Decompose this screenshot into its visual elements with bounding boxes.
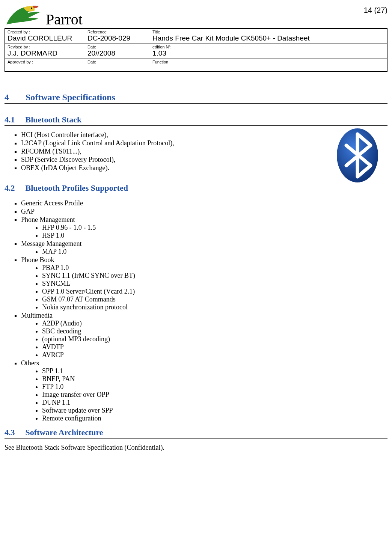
list-item: PBAP 1.0 — [42, 264, 387, 272]
reference-label: Reference — [87, 30, 148, 34]
bluetooth-icon — [335, 127, 380, 184]
list-item: SDP (Service Discovery Protocol), — [21, 156, 387, 164]
section-4-num: 4 — [5, 92, 23, 102]
header-row: Parrot 14 (27) — [5, 4, 387, 28]
section-4-1-heading: 4.1 Bluetooth Stack — [5, 115, 387, 126]
list-item: Phone Book PBAP 1.0 SYNC 1.1 (IrMC SYNC … — [21, 256, 387, 311]
list-item: HCI (Host Controller interface), — [21, 131, 387, 139]
section-4-3-heading: 4.3 Software Architecture — [5, 428, 387, 438]
list-item: Phone Management HFP 0.96 - 1.0 - 1.5 HS… — [21, 216, 387, 240]
architecture-body-text: See Bluetooth Stack Software Specificati… — [5, 444, 387, 452]
section-4-3-num: 4.3 — [5, 428, 23, 437]
list-item: L2CAP (Logical Link Control and Adaptati… — [21, 139, 387, 147]
list-item: MAP 1.0 — [42, 248, 387, 256]
list-item-label: Message Management — [21, 240, 81, 247]
list-item: GSM 07.07 AT Commands — [42, 295, 387, 303]
list-item: Message Management MAP 1.0 — [21, 240, 387, 256]
parrot-logo-icon — [5, 4, 42, 28]
section-4-2-title: Bluetooth Profiles Supported — [26, 183, 128, 193]
list-item: Generic Access Profile — [21, 199, 387, 207]
section-4-1-title: Bluetooth Stack — [26, 115, 82, 124]
list-item: Remote configuration — [42, 414, 387, 422]
bluetooth-profiles-list: Generic Access Profile GAP Phone Managem… — [5, 199, 387, 422]
revised-by-value: J.J. DORMARD — [8, 49, 83, 58]
svg-point-0 — [31, 8, 32, 9]
list-item: Others SPP 1.1 BNEP, PAN FTP 1.0 Image t… — [21, 359, 387, 422]
approved-by-label: Approved by : — [8, 60, 83, 64]
section-4-2-heading: 4.2 Bluetooth Profiles Supported — [5, 183, 387, 194]
revised-by-label: Revised by : — [8, 45, 83, 49]
list-item: DUNP 1.1 — [42, 399, 387, 407]
brand-text: Parrot — [44, 11, 83, 28]
date-label: Date — [87, 45, 148, 49]
phone-book-sublist: PBAP 1.0 SYNC 1.1 (IrMC SYNC over BT) SY… — [21, 264, 387, 311]
list-item: SBC decoding — [42, 327, 387, 335]
edition-label: edition N°: — [152, 45, 384, 49]
reference-value: DC-2008-029 — [87, 34, 148, 43]
list-item: SYNCML — [42, 280, 387, 288]
function-label: Function — [152, 60, 384, 64]
list-item: FTP 1.0 — [42, 383, 387, 391]
document-info-table: Created by : David COROLLEUR Reference D… — [5, 28, 387, 72]
list-item: HFP 0.96 - 1.0 - 1.5 — [42, 224, 387, 232]
list-item: RFCOMM (TS011...), — [21, 148, 387, 155]
logo-block: Parrot — [5, 4, 83, 28]
created-by-value: David COROLLEUR — [8, 34, 83, 43]
list-item-label: Others — [21, 359, 39, 367]
list-item-label: Phone Book — [21, 256, 54, 264]
list-item: OPP 1.0 Server/Client (Vcard 2.1) — [42, 288, 387, 295]
list-item: SPP 1.1 — [42, 367, 387, 375]
others-sublist: SPP 1.1 BNEP, PAN FTP 1.0 Image transfer… — [21, 367, 387, 422]
section-4-1-num: 4.1 — [5, 115, 23, 125]
list-item: OBEX (IrDA Object Exchange). — [21, 164, 387, 172]
message-management-sublist: MAP 1.0 — [21, 248, 387, 256]
page-number: 14 (27) — [364, 4, 387, 15]
phone-management-sublist: HFP 0.96 - 1.0 - 1.5 HSP 1.0 — [21, 224, 387, 240]
list-item: SYNC 1.1 (IrMC SYNC over BT) — [42, 272, 387, 280]
list-item: Multimedia A2DP (Audio) SBC decoding (op… — [21, 312, 387, 359]
list-item: AVRCP — [42, 351, 387, 359]
section-4-3-title: Software Architecture — [26, 428, 103, 437]
list-item: Software update over SPP — [42, 407, 387, 414]
date-value: 20//2008 — [87, 49, 148, 58]
section-4-2-num: 4.2 — [5, 183, 23, 193]
created-by-label: Created by : — [8, 30, 83, 34]
list-item: AVDTP — [42, 343, 387, 351]
title-label: Title — [152, 30, 384, 34]
list-item-label: Phone Management — [21, 216, 75, 223]
date2-label: Date — [87, 60, 148, 64]
list-item: GAP — [21, 208, 387, 215]
title-value: Hands Free Car Kit Module CK5050+ - Data… — [152, 34, 384, 43]
bluetooth-stack-list: HCI (Host Controller interface), L2CAP (… — [5, 131, 387, 172]
list-item: A2DP (Audio) — [42, 319, 387, 327]
list-item: HSP 1.0 — [42, 232, 387, 240]
section-4-heading: 4 Software Specifications — [5, 92, 387, 104]
section-4-title: Software Specifications — [26, 92, 115, 102]
list-item: Image transfer over OPP — [42, 391, 387, 399]
list-item: BNEP, PAN — [42, 375, 387, 383]
list-item: Nokia synchronization protocol — [42, 303, 387, 311]
edition-value: 1.03 — [152, 49, 384, 58]
list-item-label: Multimedia — [21, 312, 53, 319]
list-item: (optional MP3 decoding) — [42, 335, 387, 343]
multimedia-sublist: A2DP (Audio) SBC decoding (optional MP3 … — [21, 319, 387, 359]
